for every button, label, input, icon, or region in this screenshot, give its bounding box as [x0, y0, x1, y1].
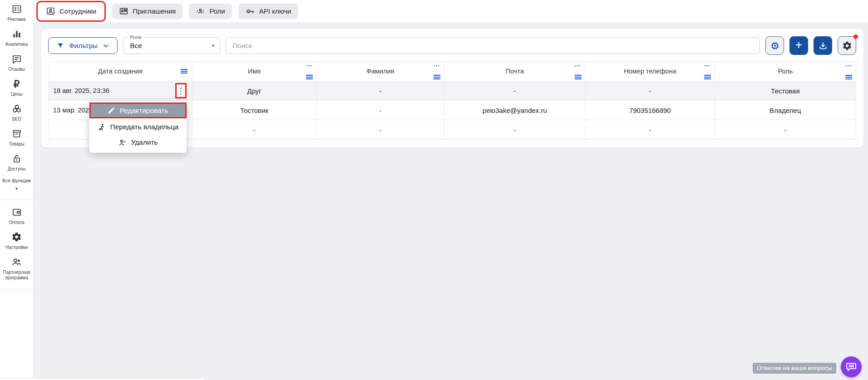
download-button[interactable]: [814, 36, 832, 55]
table-header-row: Дата создания Имя ••• Фамилия ••• Почта …: [49, 62, 856, 81]
toolbar: Фильтры Роли Все ▾ +: [48, 37, 856, 54]
cell-email: -: [444, 120, 585, 140]
download-icon: [818, 41, 828, 51]
column-header-phone[interactable]: Номер телефона •••: [586, 62, 715, 81]
sidebar-label: Отзывы: [7, 67, 26, 72]
sidebar-label: Доступы: [7, 166, 27, 172]
column-menu-icon[interactable]: [575, 75, 582, 76]
employee-badge-icon: [46, 6, 55, 16]
gear-icon: [842, 41, 852, 51]
role-select-label: Роли: [128, 34, 143, 40]
chevron-down-icon: ▼: [15, 187, 19, 191]
page-bottom-edge: [0, 378, 204, 380]
sidebar-item-settings[interactable]: Настройки: [0, 231, 33, 250]
sidebar-item-seo[interactable]: SEO: [0, 103, 33, 122]
sidebar-item-ads[interactable]: Реклама: [0, 3, 33, 22]
sidebar-item-partner-program[interactable]: Партнерская программа: [0, 256, 33, 281]
cell-last-name: -: [316, 81, 444, 101]
cell-role: Владелец: [715, 101, 856, 120]
column-header-role[interactable]: Роль •••: [715, 62, 856, 81]
sidebar-divider: [0, 289, 33, 290]
filters-button[interactable]: Фильтры: [48, 37, 118, 54]
caret-down-icon: ▾: [212, 43, 215, 49]
row-kebab-menu-icon[interactable]: ⋮: [177, 87, 185, 95]
analytics-icon: [11, 28, 23, 40]
cell-last-name: -: [316, 120, 444, 140]
column-more-icon[interactable]: •••: [434, 63, 440, 68]
table-row[interactable]: 18 авг. 2025, 23:36 ⋮ Друг - - - Тестова…: [49, 81, 856, 101]
role-select-value: Все: [130, 42, 142, 50]
sidebar-item-all-functions[interactable]: Все функции ▼: [0, 178, 33, 191]
sidebar: Реклама Аналитика Отзывы ₽ Цены: [0, 0, 34, 378]
cell-role: -: [715, 120, 856, 140]
chat-button[interactable]: [841, 356, 862, 377]
menu-item-delete[interactable]: Удалить: [89, 135, 187, 150]
prices-icon: ₽: [11, 78, 23, 90]
filters-button-label: Фильтры: [69, 42, 98, 50]
column-more-icon[interactable]: •••: [306, 63, 312, 68]
plus-icon: +: [795, 39, 803, 51]
column-menu-icon[interactable]: [434, 75, 440, 76]
tab-api-keys[interactable]: API ключи: [238, 4, 298, 19]
tab-roles[interactable]: Роли: [189, 4, 232, 19]
products-icon: [11, 128, 23, 140]
sidebar-label: Товары: [8, 141, 25, 147]
cell-last-name: -: [316, 101, 444, 120]
cell-first-name: Друг: [192, 81, 316, 101]
sidebar-item-prices[interactable]: ₽ Цены: [0, 78, 33, 97]
menu-item-transfer-owner[interactable]: Передать владельца: [89, 119, 187, 135]
ads-icon: [11, 3, 23, 15]
sidebar-item-analytics[interactable]: Аналитика: [0, 28, 33, 47]
column-header-created-date[interactable]: Дата создания: [49, 62, 192, 81]
annotation-box-active-tab: Сотрудники: [36, 1, 106, 22]
annotation-box-row-menu: ⋮: [175, 83, 187, 98]
settings-button[interactable]: [838, 36, 856, 55]
notification-dot: [853, 34, 858, 39]
chip-icon: [769, 40, 780, 51]
menu-item-edit[interactable]: Редактировать: [91, 104, 185, 117]
column-header-first-name[interactable]: Имя •••: [192, 62, 316, 81]
sidebar-divider: [0, 200, 33, 200]
column-menu-icon[interactable]: [845, 75, 852, 76]
cell-phone: -: [586, 81, 715, 101]
column-more-icon[interactable]: •••: [704, 63, 710, 68]
tab-invitations[interactable]: Приглашения: [112, 4, 182, 19]
column-header-last-name[interactable]: Фамилия •••: [316, 62, 444, 81]
access-icon: [11, 153, 23, 165]
chevron-down-icon: [102, 42, 109, 49]
roles-people-icon: [196, 6, 205, 16]
annotation-box-edit-item: Редактировать: [89, 102, 187, 118]
reviews-icon: [11, 53, 23, 65]
sidebar-item-access[interactable]: Доступы: [0, 153, 33, 172]
tab-label: Приглашения: [133, 7, 176, 15]
top-tab-bar: Сотрудники Приглашения Роли: [34, 0, 868, 22]
column-menu-icon[interactable]: [306, 75, 313, 76]
role-select[interactable]: Роли Все ▾: [123, 37, 220, 54]
menu-item-label: Передать владельца: [110, 123, 179, 131]
cell-created-date: 18 авг. 2025, 23:36 ⋮: [49, 81, 192, 101]
column-menu-icon[interactable]: [704, 75, 711, 76]
search-input[interactable]: [226, 37, 760, 54]
column-more-icon[interactable]: •••: [846, 63, 852, 68]
column-header-email[interactable]: Почта •••: [444, 62, 585, 81]
seo-icon: [11, 103, 23, 115]
sidebar-item-products[interactable]: Товары: [0, 128, 33, 147]
cell-email: peio3ake@yandex.ru: [444, 101, 585, 120]
cell-phone: -: [586, 120, 715, 140]
transfer-owner-icon: [98, 123, 106, 132]
column-menu-icon[interactable]: [181, 69, 187, 70]
add-button[interactable]: +: [789, 36, 808, 55]
sidebar-label: Все функции: [1, 178, 32, 184]
remove-person-icon: [118, 138, 127, 147]
column-more-icon[interactable]: •••: [575, 63, 582, 68]
menu-item-label: Удалить: [131, 138, 158, 146]
partner-icon: [11, 256, 23, 268]
cell-phone: 79035166890: [586, 101, 715, 120]
sidebar-item-payment[interactable]: Оплата: [0, 206, 33, 225]
tab-employees[interactable]: Сотрудники: [39, 4, 103, 19]
funnel-icon: [56, 42, 64, 50]
sidebar-label: Аналитика: [5, 42, 29, 47]
sidebar-label: Цены: [10, 92, 24, 97]
sidebar-item-reviews[interactable]: Отзывы: [0, 53, 33, 72]
chip-button[interactable]: [765, 36, 784, 55]
